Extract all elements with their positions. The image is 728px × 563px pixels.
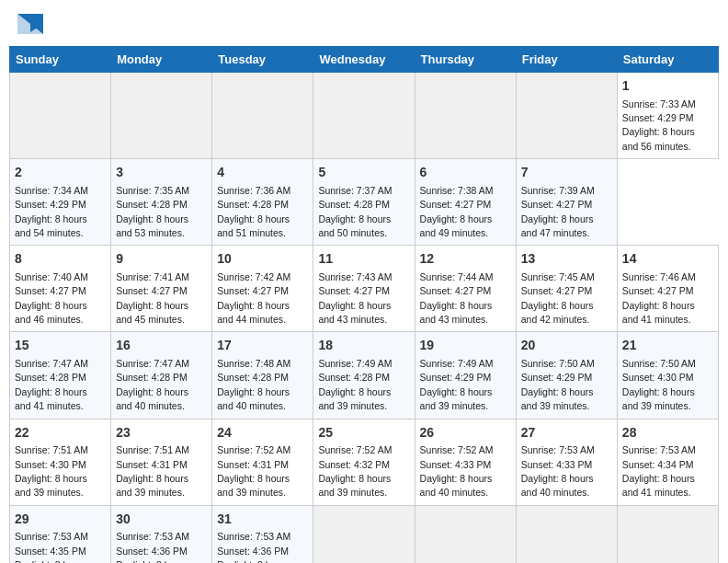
day-info: Sunrise: 7:53 AMSunset: 4:35 PMDaylight:…: [15, 531, 88, 563]
day-info: Sunrise: 7:53 AMSunset: 4:36 PMDaylight:…: [217, 531, 290, 563]
calendar-cell: 1 Sunrise: 7:33 AMSunset: 4:29 PMDayligh…: [617, 73, 718, 159]
day-info: Sunrise: 7:45 AMSunset: 4:27 PMDaylight:…: [521, 271, 595, 325]
calendar-cell: 9 Sunrise: 7:41 AMSunset: 4:27 PMDayligh…: [111, 246, 212, 332]
day-number: 13: [521, 250, 612, 269]
calendar-week-0: 1 Sunrise: 7:33 AMSunset: 4:29 PMDayligh…: [10, 73, 719, 159]
day-number: 6: [420, 164, 511, 182]
day-info: Sunrise: 7:52 AMSunset: 4:32 PMDaylight:…: [318, 444, 392, 498]
day-number: 4: [217, 164, 308, 182]
calendar-cell: 27 Sunrise: 7:53 AMSunset: 4:33 PMDaylig…: [516, 419, 617, 505]
day-number: 14: [622, 250, 713, 269]
calendar-cell: 3 Sunrise: 7:35 AMSunset: 4:28 PMDayligh…: [111, 159, 212, 246]
calendar-cell: 15 Sunrise: 7:47 AMSunset: 4:28 PMDaylig…: [10, 332, 111, 419]
day-number: 3: [116, 164, 207, 182]
day-info: Sunrise: 7:49 AMSunset: 4:29 PMDaylight:…: [420, 358, 494, 411]
calendar-cell: 14 Sunrise: 7:46 AMSunset: 4:27 PMDaylig…: [617, 246, 718, 332]
col-header-monday: Monday: [111, 47, 212, 73]
day-number: 22: [15, 424, 106, 442]
calendar-cell: [516, 73, 617, 159]
day-number: 11: [318, 250, 409, 269]
day-info: Sunrise: 7:37 AMSunset: 4:28 PMDaylight:…: [318, 185, 392, 238]
calendar-cell: 8 Sunrise: 7:40 AMSunset: 4:27 PMDayligh…: [10, 246, 111, 332]
calendar-cell: 5 Sunrise: 7:37 AMSunset: 4:28 PMDayligh…: [313, 159, 415, 246]
calendar-cell: 19 Sunrise: 7:49 AMSunset: 4:29 PMDaylig…: [415, 332, 516, 419]
page-header: [9, 9, 719, 39]
day-info: Sunrise: 7:48 AMSunset: 4:28 PMDaylight:…: [217, 358, 290, 411]
day-number: 2: [15, 164, 106, 182]
day-number: 9: [116, 250, 207, 269]
day-number: 19: [420, 337, 511, 355]
calendar-cell: 4 Sunrise: 7:36 AMSunset: 4:28 PMDayligh…: [212, 159, 313, 246]
calendar-cell: 28 Sunrise: 7:53 AMSunset: 4:34 PMDaylig…: [617, 419, 718, 505]
day-number: 7: [521, 164, 612, 182]
calendar-cell: 23 Sunrise: 7:51 AMSunset: 4:31 PMDaylig…: [111, 419, 212, 505]
day-number: 12: [420, 250, 511, 269]
calendar-cell: 26 Sunrise: 7:52 AMSunset: 4:33 PMDaylig…: [415, 419, 516, 505]
day-info: Sunrise: 7:49 AMSunset: 4:28 PMDaylight:…: [318, 358, 392, 411]
calendar-cell: 17 Sunrise: 7:48 AMSunset: 4:28 PMDaylig…: [212, 332, 313, 419]
calendar-cell: 25 Sunrise: 7:52 AMSunset: 4:32 PMDaylig…: [313, 419, 415, 505]
calendar-cell: 11 Sunrise: 7:43 AMSunset: 4:27 PMDaylig…: [313, 246, 415, 332]
day-info: Sunrise: 7:53 AMSunset: 4:33 PMDaylight:…: [521, 444, 595, 498]
calendar-cell: [111, 73, 212, 159]
day-number: 29: [15, 511, 106, 529]
day-number: 16: [116, 337, 207, 355]
day-info: Sunrise: 7:34 AMSunset: 4:29 PMDaylight:…: [15, 185, 88, 238]
day-number: 26: [420, 424, 511, 442]
day-info: Sunrise: 7:50 AMSunset: 4:29 PMDaylight:…: [521, 358, 595, 411]
day-info: Sunrise: 7:53 AMSunset: 4:34 PMDaylight:…: [622, 444, 696, 498]
day-number: 30: [116, 511, 207, 529]
day-number: 25: [318, 424, 409, 442]
day-number: 5: [318, 164, 409, 182]
col-header-wednesday: Wednesday: [313, 47, 415, 73]
day-number: 10: [217, 250, 308, 269]
day-info: Sunrise: 7:47 AMSunset: 4:28 PMDaylight:…: [116, 358, 189, 411]
day-info: Sunrise: 7:50 AMSunset: 4:30 PMDaylight:…: [622, 358, 696, 411]
calendar-cell: 12 Sunrise: 7:44 AMSunset: 4:27 PMDaylig…: [415, 246, 516, 332]
day-info: Sunrise: 7:44 AMSunset: 4:27 PMDaylight:…: [420, 271, 494, 325]
calendar-cell: [313, 73, 415, 159]
calendar-cell: [617, 505, 718, 563]
col-header-sunday: Sunday: [10, 47, 111, 73]
calendar-cell: 13 Sunrise: 7:45 AMSunset: 4:27 PMDaylig…: [516, 246, 617, 332]
day-number: 28: [622, 424, 713, 442]
day-info: Sunrise: 7:40 AMSunset: 4:27 PMDaylight:…: [15, 271, 88, 325]
day-number: 20: [521, 337, 612, 355]
day-info: Sunrise: 7:42 AMSunset: 4:27 PMDaylight:…: [217, 271, 290, 325]
day-info: Sunrise: 7:47 AMSunset: 4:28 PMDaylight:…: [15, 358, 88, 411]
day-number: 31: [217, 511, 308, 529]
day-info: Sunrise: 7:33 AMSunset: 4:29 PMDaylight:…: [622, 98, 696, 152]
logo-flag-icon: [17, 14, 43, 34]
day-info: Sunrise: 7:43 AMSunset: 4:27 PMDaylight:…: [318, 271, 392, 325]
calendar-week-5: 29 Sunrise: 7:53 AMSunset: 4:35 PMDaylig…: [10, 505, 719, 563]
calendar-week-3: 15 Sunrise: 7:47 AMSunset: 4:28 PMDaylig…: [10, 332, 719, 419]
day-info: Sunrise: 7:52 AMSunset: 4:31 PMDaylight:…: [217, 444, 290, 498]
day-info: Sunrise: 7:53 AMSunset: 4:36 PMDaylight:…: [116, 531, 189, 563]
calendar-week-1: 2 Sunrise: 7:34 AMSunset: 4:29 PMDayligh…: [10, 159, 719, 246]
day-number: 15: [15, 337, 106, 355]
calendar-table: SundayMondayTuesdayWednesdayThursdayFrid…: [9, 46, 719, 563]
col-header-tuesday: Tuesday: [212, 47, 313, 73]
day-number: 27: [521, 424, 612, 442]
calendar-cell: 29 Sunrise: 7:53 AMSunset: 4:35 PMDaylig…: [10, 505, 111, 563]
col-header-thursday: Thursday: [415, 47, 516, 73]
day-info: Sunrise: 7:46 AMSunset: 4:27 PMDaylight:…: [622, 271, 696, 325]
calendar-cell: [313, 505, 415, 563]
calendar-cell: [212, 73, 313, 159]
day-number: 21: [622, 337, 713, 355]
calendar-cell: 21 Sunrise: 7:50 AMSunset: 4:30 PMDaylig…: [617, 332, 718, 419]
day-number: 23: [116, 424, 207, 442]
day-info: Sunrise: 7:51 AMSunset: 4:31 PMDaylight:…: [116, 444, 189, 498]
calendar-cell: 18 Sunrise: 7:49 AMSunset: 4:28 PMDaylig…: [313, 332, 415, 419]
day-number: 8: [15, 250, 106, 269]
calendar-cell: 30 Sunrise: 7:53 AMSunset: 4:36 PMDaylig…: [111, 505, 212, 563]
day-info: Sunrise: 7:36 AMSunset: 4:28 PMDaylight:…: [217, 185, 290, 238]
calendar-cell: 24 Sunrise: 7:52 AMSunset: 4:31 PMDaylig…: [212, 419, 313, 505]
col-header-saturday: Saturday: [617, 47, 718, 73]
calendar-cell: 31 Sunrise: 7:53 AMSunset: 4:36 PMDaylig…: [212, 505, 313, 563]
calendar-cell: 10 Sunrise: 7:42 AMSunset: 4:27 PMDaylig…: [212, 246, 313, 332]
day-number: 17: [217, 337, 308, 355]
day-info: Sunrise: 7:52 AMSunset: 4:33 PMDaylight:…: [420, 444, 494, 498]
calendar-week-4: 22 Sunrise: 7:51 AMSunset: 4:30 PMDaylig…: [10, 419, 719, 505]
calendar-cell: 6 Sunrise: 7:38 AMSunset: 4:27 PMDayligh…: [415, 159, 516, 246]
